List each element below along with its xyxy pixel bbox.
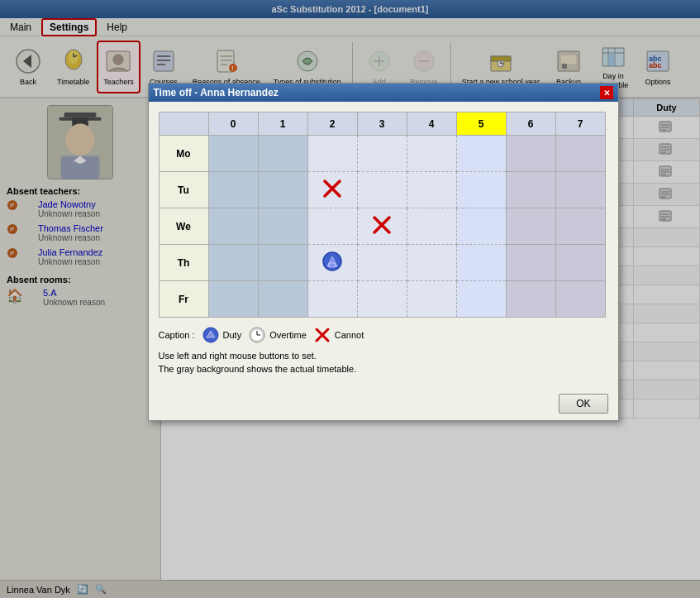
cannot-icon [370,213,393,237]
timetable-cell[interactable] [307,281,357,318]
timetable-cell[interactable] [208,245,258,281]
timetable-row: Fr [159,281,605,318]
modal-titlebar: Time off - Anna Hernandez ✕ [149,84,618,102]
timetable-cell[interactable] [208,208,258,245]
timetable-cell[interactable] [407,245,456,281]
timetable-cell[interactable] [357,245,407,281]
timetable-cell[interactable] [456,281,506,318]
timetable-cell[interactable] [506,281,555,318]
duty-icon [321,250,344,273]
col-2: 2 [307,112,357,136]
timetable-row: Tu [159,172,605,208]
timetable-cell[interactable] [407,281,456,318]
modal-close-button[interactable]: ✕ [600,86,613,99]
caption-cannot-label: Cannot [335,330,364,340]
note2: The gray background shows the actual tim… [159,364,608,374]
col-1: 1 [258,112,307,136]
timetable-cell[interactable] [506,245,555,281]
timetable-row: We [159,208,605,245]
timetable-cell[interactable] [357,172,407,208]
ok-button[interactable]: OK [559,394,607,414]
timetable-row: Mo [159,136,605,172]
timetable-cell[interactable] [506,136,555,172]
svg-rect-119 [329,263,336,267]
col-6: 6 [506,112,555,136]
timetable-cell[interactable] [506,172,555,208]
day-label: Tu [159,172,208,208]
timetable-cell[interactable] [208,172,258,208]
timetable-cell[interactable] [307,245,357,281]
timetable-cell[interactable] [307,208,357,245]
duty-caption-icon [202,326,220,344]
day-label: Th [159,245,208,281]
col-7: 7 [555,112,605,136]
timetable-cell[interactable] [258,136,307,172]
timeoff-modal: Time off - Anna Hernandez ✕ 0 1 2 3 4 5 … [148,83,619,421]
timetable-cell[interactable] [407,172,456,208]
timetable-cell[interactable] [555,281,605,318]
timetable-cell[interactable] [208,281,258,318]
day-label: Mo [159,136,208,172]
caption-duty-label: Duty [223,330,242,340]
timetable-cell[interactable] [456,245,506,281]
caption-duty: Duty [202,326,242,344]
cannot-icon [321,177,344,200]
timetable-cell[interactable] [258,281,307,318]
timetable-cell[interactable] [307,172,357,208]
caption-area: Caption : Duty Overtime [159,326,608,344]
modal-footer: OK [149,387,618,420]
caption-overtime: Overtime [248,326,307,344]
timetable-cell[interactable] [357,136,407,172]
timetable-cell[interactable] [456,136,506,172]
timetable-cell[interactable] [407,208,456,245]
timetable-cell[interactable] [506,208,555,245]
timetable-cell[interactable] [555,245,605,281]
timetable-row: Th [159,245,605,281]
col-5: 5 [456,112,506,136]
timetable-cell[interactable] [555,172,605,208]
caption-cannot: Cannot [313,326,364,344]
day-label: Fr [159,281,208,318]
timetable-cell[interactable] [258,208,307,245]
timetable-cell[interactable] [307,136,357,172]
timetable-cell[interactable] [555,136,605,172]
timetable-cell[interactable] [456,172,506,208]
timetable-cell[interactable] [555,208,605,245]
col-0: 0 [208,112,258,136]
timetable-cell[interactable] [258,245,307,281]
modal-title: Time off - Anna Hernandez [154,87,279,98]
clock-caption-icon [248,326,266,344]
col-3: 3 [357,112,407,136]
timetable-cell[interactable] [407,136,456,172]
col-4: 4 [407,112,456,136]
x-caption-icon [313,326,331,344]
modal-overlay: Time off - Anna Hernandez ✕ 0 1 2 3 4 5 … [0,0,700,598]
timetable-cell[interactable] [357,208,407,245]
timetable-cell[interactable] [208,136,258,172]
note1: Use left and right mouse buttons to set. [159,351,608,361]
timetable-cell[interactable] [258,172,307,208]
modal-body: 0 1 2 3 4 5 6 7 MoTu We Th [149,102,618,387]
timetable-grid: 0 1 2 3 4 5 6 7 MoTu We Th [159,112,606,318]
day-label: We [159,208,208,245]
timetable-cell[interactable] [357,281,407,318]
timetable-cell[interactable] [456,208,506,245]
col-header-day [159,112,208,136]
caption-label: Caption : [159,330,195,340]
caption-overtime-label: Overtime [269,330,307,340]
